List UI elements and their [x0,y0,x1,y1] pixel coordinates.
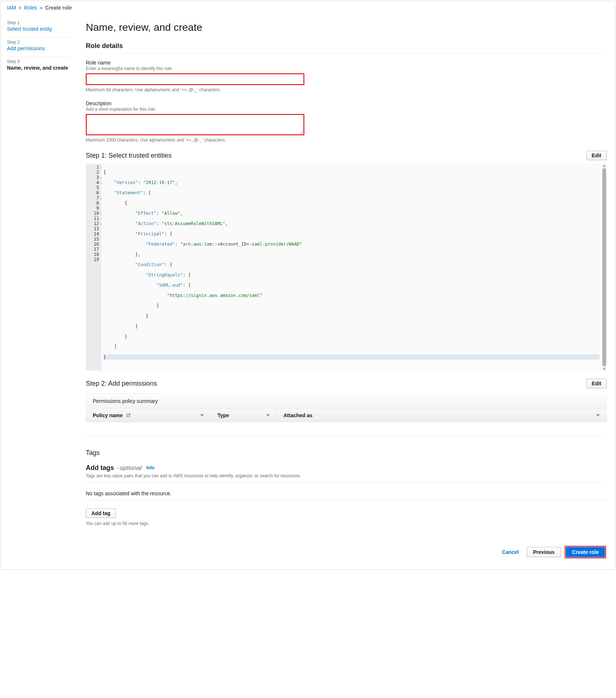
edit-step1-button[interactable]: Edit [586,151,607,160]
scroll-down-icon[interactable]: ▼ [602,367,607,371]
step-number: Step 2 [7,40,71,45]
role-name-constraint: Maximum 64 characters. Use alphanumeric … [86,87,607,92]
divider [86,54,607,54]
optional-label: - optional [116,464,142,471]
page-title: Name, review, and create [86,22,607,33]
sidebar-step-add-permissions[interactable]: Add permissions [7,45,45,51]
sidebar-step-name-review-create: Name, review, and create [7,65,68,71]
external-link-icon [126,412,131,418]
description-label: Description [86,100,607,106]
cancel-button[interactable]: Cancel [498,547,523,557]
sidebar-step-trusted-entity[interactable]: Select trusted entity [7,26,52,32]
description-hint: Add a short explanation for this role. [86,107,607,112]
column-policy-name[interactable]: Policy name [86,409,211,422]
step-number: Step 3 [7,59,71,64]
create-role-button[interactable]: Create role [566,547,605,557]
step1-heading: Step 1: Select trusted entities [86,152,172,159]
chevron-right-icon: > [40,5,43,11]
divider [86,436,607,436]
footer-actions: Cancel Previous Create role [86,546,607,558]
permissions-summary-label: Permissions policy summary [86,394,606,409]
column-type[interactable]: Type [211,409,277,422]
chevron-right-icon: > [19,5,22,11]
wizard-sidebar: Step 1 Select trusted entity Step 2 Add … [1,13,78,569]
previous-button[interactable]: Previous [527,547,561,557]
breadcrumb: IAM > Roles > Create role [1,1,615,13]
editor-code[interactable]: { "Version": "2012-10-17", "Statement": … [101,164,602,371]
role-name-input[interactable] [87,74,304,84]
step-number: Step 1 [7,20,71,25]
no-tags-message: No tags associated with the resource. [86,491,607,498]
scroll-up-icon[interactable]: ▲ [602,164,607,168]
editor-scrollbar[interactable]: ▲ ▼ [602,164,607,371]
breadcrumb-roles[interactable]: Roles [24,5,37,11]
column-attached-label: Attached as [283,412,312,418]
tags-info-link[interactable]: Info [146,465,154,470]
role-details-heading: Role details [86,42,607,50]
column-policy-name-label: Policy name [93,412,123,418]
column-type-label: Type [217,412,229,418]
description-textarea[interactable] [87,115,304,135]
role-name-label: Role name [86,60,607,66]
edit-step2-button[interactable]: Edit [586,379,607,388]
description-constraint: Maximum 1000 characters. Use alphanumeri… [86,137,607,143]
step2-heading: Step 2: Add permissions [86,380,157,387]
add-tag-button[interactable]: Add tag [86,508,116,518]
add-tags-label: Add tags [86,464,114,471]
divider [86,500,607,500]
trust-policy-editor[interactable]: 1234 56789 10111213 141516171819 { "Vers… [86,164,607,371]
sort-icon[interactable] [596,414,600,416]
divider [86,482,607,482]
scroll-thumb[interactable] [602,168,606,366]
tags-limit: You can add up to 50 more tags. [86,521,607,526]
tags-heading: Tags [86,449,607,457]
tags-hint: Tags are key-value pairs that you can ad… [86,473,607,478]
editor-gutter: 1234 56789 10111213 141516171819 [86,164,101,371]
sort-icon[interactable] [266,414,270,416]
permissions-table-header: Policy name Type Attached as [86,409,606,422]
breadcrumb-iam[interactable]: IAM [7,5,16,11]
sort-icon[interactable] [200,414,204,416]
permissions-summary-panel: Permissions policy summary Policy name T… [86,393,607,422]
breadcrumb-current: Create role [45,5,72,11]
column-attached-as[interactable]: Attached as [277,409,606,422]
role-name-hint: Enter a meaningful name to identify this… [86,66,607,71]
